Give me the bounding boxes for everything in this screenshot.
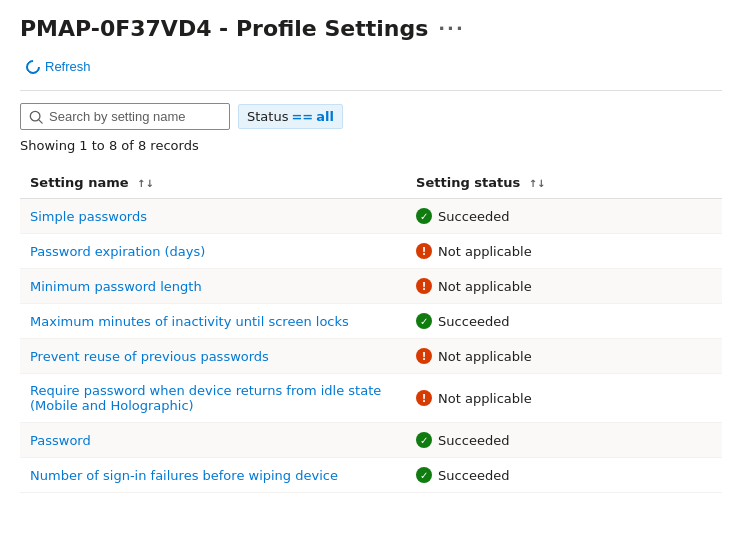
setting-name-cell: Password expiration (days) [20, 234, 406, 269]
table-row: Minimum password length!Not applicable [20, 269, 722, 304]
setting-name-cell: Require password when device returns fro… [20, 374, 406, 423]
setting-status-cell: ✓Succeeded [406, 199, 722, 234]
page-title: PMAP-0F37VD4 - Profile Settings ··· [20, 16, 722, 41]
setting-name-cell: Password [20, 423, 406, 458]
search-box[interactable] [20, 103, 230, 130]
setting-name-link[interactable]: Simple passwords [30, 209, 147, 224]
warning-icon: ! [416, 390, 432, 406]
status-text: Not applicable [438, 391, 532, 406]
setting-status-cell: ✓Succeeded [406, 458, 722, 493]
setting-name-link[interactable]: Require password when device returns fro… [30, 383, 381, 413]
status-text: Not applicable [438, 244, 532, 259]
search-icon [29, 110, 43, 124]
success-icon: ✓ [416, 313, 432, 329]
success-icon: ✓ [416, 467, 432, 483]
setting-name-cell: Prevent reuse of previous passwords [20, 339, 406, 374]
setting-name-cell: Number of sign-in failures before wiping… [20, 458, 406, 493]
col-header-status[interactable]: Setting status ↑↓ [406, 167, 722, 199]
search-input[interactable] [49, 109, 221, 124]
title-more-options[interactable]: ··· [438, 18, 465, 39]
table-row: Password expiration (days)!Not applicabl… [20, 234, 722, 269]
setting-name-link[interactable]: Password [30, 433, 91, 448]
setting-status-cell: ✓Succeeded [406, 304, 722, 339]
setting-name-link[interactable]: Minimum password length [30, 279, 202, 294]
status-text: Succeeded [438, 433, 509, 448]
status-text: Not applicable [438, 349, 532, 364]
records-count: Showing 1 to 8 of 8 records [20, 138, 722, 153]
sort-arrows-name[interactable]: ↑↓ [137, 179, 154, 189]
success-icon: ✓ [416, 432, 432, 448]
status-text: Not applicable [438, 279, 532, 294]
setting-status-cell: ✓Succeeded [406, 423, 722, 458]
warning-icon: ! [416, 243, 432, 259]
setting-status-cell: !Not applicable [406, 269, 722, 304]
setting-status-cell: !Not applicable [406, 339, 722, 374]
filter-row: Status == all [20, 103, 722, 130]
col-header-name[interactable]: Setting name ↑↓ [20, 167, 406, 199]
table-row: Prevent reuse of previous passwords!Not … [20, 339, 722, 374]
status-text: Succeeded [438, 209, 509, 224]
status-text: Succeeded [438, 314, 509, 329]
setting-name-link[interactable]: Password expiration (days) [30, 244, 205, 259]
sort-arrows-status[interactable]: ↑↓ [529, 179, 546, 189]
success-icon: ✓ [416, 208, 432, 224]
status-filter-badge[interactable]: Status == all [238, 104, 343, 129]
settings-table: Setting name ↑↓ Setting status ↑↓ Simple… [20, 167, 722, 493]
setting-name-link[interactable]: Number of sign-in failures before wiping… [30, 468, 338, 483]
refresh-button[interactable]: Refresh [20, 55, 97, 78]
svg-line-1 [39, 119, 43, 123]
setting-status-cell: !Not applicable [406, 234, 722, 269]
table-row: Require password when device returns fro… [20, 374, 722, 423]
status-text: Succeeded [438, 468, 509, 483]
setting-status-cell: !Not applicable [406, 374, 722, 423]
setting-name-link[interactable]: Prevent reuse of previous passwords [30, 349, 269, 364]
setting-name-cell: Maximum minutes of inactivity until scre… [20, 304, 406, 339]
table-row: Password✓Succeeded [20, 423, 722, 458]
warning-icon: ! [416, 278, 432, 294]
setting-name-cell: Simple passwords [20, 199, 406, 234]
table-row: Maximum minutes of inactivity until scre… [20, 304, 722, 339]
setting-name-cell: Minimum password length [20, 269, 406, 304]
warning-icon: ! [416, 348, 432, 364]
setting-name-link[interactable]: Maximum minutes of inactivity until scre… [30, 314, 349, 329]
table-row: Number of sign-in failures before wiping… [20, 458, 722, 493]
table-row: Simple passwords✓Succeeded [20, 199, 722, 234]
refresh-icon [23, 57, 43, 77]
toolbar: Refresh [20, 55, 722, 91]
